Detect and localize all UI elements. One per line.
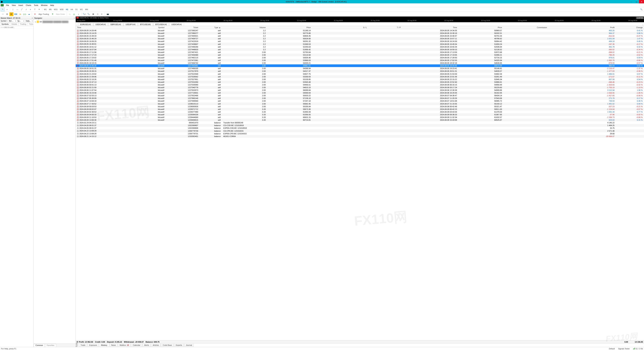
toolbox-label[interactable]: Toolbox <box>76 343 78 347</box>
col-header-6[interactable]: S / L <box>312 26 368 29</box>
toolbox-tab-news[interactable]: News <box>109 344 118 347</box>
market-watch-search-input[interactable] <box>2 26 33 28</box>
timeframe-m30[interactable]: M30 <box>59 8 64 11</box>
trendline-tool-icon[interactable]: ╱ <box>20 8 24 11</box>
mw-tab-details[interactable]: Details <box>10 23 19 26</box>
zoom-out-icon[interactable]: 🔍- <box>87 12 91 16</box>
menu-file[interactable]: File <box>5 4 10 7</box>
history-table[interactable]: TimeSymbolTicketType ▲VolumePriceS / LT … <box>76 26 644 340</box>
channel-tool-icon[interactable]: ⫽ <box>24 8 28 11</box>
col-header-12[interactable]: Change <box>616 26 644 29</box>
fibo-tool-icon[interactable]: ≡ <box>28 8 32 11</box>
timeframe-m1[interactable]: M1 <box>43 8 48 11</box>
table-row[interactable]: ✕2024.08.05 16:09:29btcusd#1227422018sel… <box>76 40 644 43</box>
toolbox-tab-code-base[interactable]: Code Base <box>161 344 174 347</box>
shift-icon[interactable]: ⇥ <box>96 12 100 16</box>
timeframe-m5[interactable]: M5 <box>48 8 52 11</box>
candle-chart-icon[interactable]: ◧ <box>10 12 14 16</box>
col-header-11[interactable]: Profit <box>548 26 616 29</box>
table-row[interactable]: ↻2024.04.22 13:09:291206779730balanceCD-… <box>76 129 644 132</box>
table-row[interactable]: ✕2024.08.05 17:51:40btcusd#1227472361sel… <box>76 59 644 62</box>
table-row[interactable]: ✕2024.08.06 16:23:40btcusd#1227718931sel… <box>76 91 644 94</box>
chart-bars-icon[interactable]: ⫿⫿ <box>72 12 76 16</box>
close-button[interactable]: ✕ <box>639 0 644 3</box>
table-row[interactable]: ↻2024.04.22 13:09:291206779731balanceEXP… <box>76 132 644 135</box>
status-signals[interactable]: Signals Tester <box>618 348 630 350</box>
col-header-4[interactable]: Volume <box>222 26 267 29</box>
table-row[interactable]: ↻2024.04.05 08:01:371202369808balanceEXP… <box>76 127 644 129</box>
col-header-5[interactable]: Price <box>267 26 312 29</box>
vline-tool-icon[interactable]: | <box>11 8 15 11</box>
table-row[interactable]: ✕2024.08.06 00:01:13btcusd#1227535990sel… <box>76 83 644 86</box>
market-watch-close-icon[interactable]: × <box>32 17 33 19</box>
table-row[interactable]: ✕2024.08.05 16:57:04btcusd#1227448633sel… <box>76 48 644 51</box>
text-tool-icon[interactable]: T <box>33 8 37 11</box>
ide-button[interactable]: IDE <box>14 12 18 16</box>
table-row[interactable]: ✕2024.08.07 17:43:52btcusd#1228019113sel… <box>76 102 644 105</box>
table-row[interactable]: ✕2024.08.05 21:59:06btcusd#1227526562sel… <box>76 75 644 78</box>
chart-tab-6[interactable]: USDCHF,H1 <box>169 23 184 26</box>
table-row[interactable]: ✕2024.08.05 22:10:26btcusd#1227527851sel… <box>76 78 644 81</box>
menu-insert[interactable]: Insert <box>17 4 24 7</box>
table-row[interactable]: ✕2024.08.05 17:17:23btcusd#1227459368sel… <box>76 54 644 56</box>
table-row[interactable]: ✕2024.08.06 11:07:54btcusd#1227632873sel… <box>76 89 644 91</box>
table-row[interactable]: ✕2024.08.05 17:11:56btcusd#1227457421sel… <box>76 51 644 54</box>
toolbox-tab-calendar[interactable]: Calendar <box>131 344 142 347</box>
table-row[interactable]: ✕2024.08.05 15:46:29btcusd#1227409727sel… <box>76 37 644 40</box>
menu-help[interactable]: Help <box>49 4 55 7</box>
mw-tab-trading[interactable]: Trading <box>18 23 28 26</box>
toolbox-tab-history[interactable]: History <box>99 344 109 347</box>
toolbox-tab-journal[interactable]: Journal <box>184 344 194 347</box>
timeframe-m15[interactable]: M15 <box>53 8 58 11</box>
table-row[interactable]: ✕2024.08.05 14:26:46btcusd#1227365247sel… <box>76 29 644 32</box>
camera-icon[interactable]: 📷 <box>106 12 110 16</box>
navigator-account-row[interactable]: ▸ 68 ████████ ██████ █████ <box>35 20 74 23</box>
table-row[interactable]: ✕2024.08.08 00:03:53btcusd#1228093926sel… <box>76 105 644 108</box>
timeframe-h1[interactable]: H1 <box>65 8 69 11</box>
signals-icon[interactable]: ((•)) <box>22 12 26 16</box>
chart-candles-icon[interactable]: ⫿ <box>76 12 80 16</box>
toolbox-tab-exposure[interactable]: Exposure <box>87 344 99 347</box>
crosshair-tool-icon[interactable]: + <box>5 8 9 11</box>
objects-tool-icon[interactable]: ▾ <box>37 8 41 11</box>
bar-chart-icon[interactable]: ▥ <box>5 12 9 16</box>
col-header-1[interactable]: Symbol <box>138 26 166 29</box>
table-row[interactable]: ↻2024.04.05 08:01:371202369807balanceCD-… <box>76 124 644 127</box>
tab-scroll-left-icon[interactable]: ‹ <box>76 24 78 26</box>
new-order-icon[interactable]: ✚ <box>51 12 55 16</box>
line-chart-icon[interactable]: 〰 <box>1 12 5 16</box>
table-row[interactable]: ✕2024.08.09 11:10:53btcusd#1228444069sel… <box>76 116 644 119</box>
col-header-9[interactable]: Price <box>458 26 503 29</box>
toolbox-tab-trade[interactable]: Trade <box>79 344 87 347</box>
table-row[interactable]: ✕2024.08.05 18:40:26btcusd#1227492881sel… <box>76 64 644 67</box>
search-icon[interactable]: 🔍 <box>639 8 643 11</box>
col-header-2[interactable]: Ticket <box>166 26 200 29</box>
chart-area[interactable]: USDCHF,H1: US Dollar vs Swiss Franc 0.84… <box>76 17 644 22</box>
cursor-tool-icon[interactable]: ↖ <box>1 8 5 11</box>
table-row[interactable]: ✕2024.08.07 02:53:13btcusd#1227832466sel… <box>76 94 644 97</box>
algo-trading-button[interactable]: Algo Trading <box>37 13 50 16</box>
toolbox-tab-experts[interactable]: Experts <box>174 344 184 347</box>
table-row[interactable]: ✕2024.08.05 18:19:15btcusd#1227484742sel… <box>76 62 644 64</box>
table-row[interactable]: ✕2024.08.09 13:00:30btcusd#1228458615sel… <box>76 119 644 121</box>
table-row[interactable]: ✕2024.08.05 17:23:02btcusd#1227462115sel… <box>76 56 644 59</box>
menu-view[interactable]: View <box>10 4 17 7</box>
chart-tab-4[interactable]: BTCUSD,M1 <box>138 23 153 26</box>
menu-charts[interactable]: Charts <box>24 4 32 7</box>
table-row[interactable]: ✕2024.08.05 21:23:02btcusd#1227522948sel… <box>76 73 644 75</box>
mw-filter-2[interactable]: Sp...▾ <box>17 20 25 22</box>
zoom-in-icon[interactable]: 🔍+ <box>82 12 86 16</box>
col-header-8[interactable]: Time <box>402 26 458 29</box>
table-row[interactable]: ↻2024.02.29 04:23:11695451970balanceTran… <box>76 121 644 124</box>
toolbox-tab-mailbox[interactable]: Mailbox 10 <box>118 344 131 347</box>
table-row[interactable]: ✕2024.08.05 18:51:31btcusd#1227496335sel… <box>76 67 644 70</box>
table-row[interactable]: ✕2024.08.07 05:30:09btcusd#1227860140sel… <box>76 97 644 100</box>
chart-tab-1[interactable]: USDCHF,H1 <box>93 23 108 26</box>
timeframe-d1[interactable]: D1 <box>74 8 79 11</box>
table-row[interactable]: ✕2024.08.06 02:21:59btcusd#1227540778sel… <box>76 86 644 89</box>
chart-tab-5[interactable]: BTCUSD#,H1 <box>153 23 169 26</box>
mw-tab-symbols[interactable]: Symbols <box>0 23 10 26</box>
autoscroll-icon[interactable]: ⇤ <box>100 12 104 16</box>
mw-filter-0[interactable]: Symbol▾ <box>0 20 8 22</box>
mw-filter-1[interactable]: Bid ...▾ <box>8 20 17 22</box>
